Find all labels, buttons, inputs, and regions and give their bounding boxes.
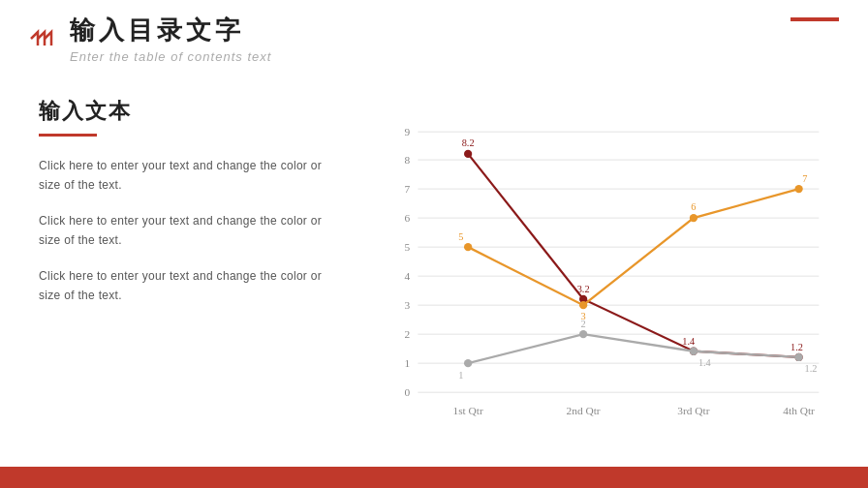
title-underline [39, 134, 97, 137]
header-accent-line [790, 17, 839, 21]
svg-text:2nd Qtr: 2nd Qtr [567, 405, 601, 416]
section-title: 输入文本 [39, 97, 339, 126]
svg-text:1.4: 1.4 [698, 357, 711, 368]
text-block-2[interactable]: Click here to enter your text and change… [39, 211, 339, 251]
svg-text:6: 6 [404, 212, 410, 224]
header-title-block: 输入目录文字 Enter the table of contents text [70, 14, 271, 64]
svg-text:2: 2 [581, 319, 586, 329]
svg-point-41 [579, 330, 587, 338]
text-block-1[interactable]: Click here to enter your text and change… [39, 156, 339, 196]
svg-text:6: 6 [691, 201, 696, 212]
chart-container: 0 1 2 3 4 5 6 7 8 9 1st Qtr 2nd Qtr 3rd … [378, 87, 839, 457]
svg-text:1: 1 [404, 357, 410, 369]
line-chart: 0 1 2 3 4 5 6 7 8 9 1st Qtr 2nd Qtr 3rd … [378, 87, 839, 457]
svg-text:4: 4 [404, 270, 410, 282]
svg-point-34 [690, 214, 698, 222]
svg-text:3rd Qtr: 3rd Qtr [677, 405, 709, 416]
svg-text:8: 8 [404, 154, 410, 166]
svg-point-24 [464, 150, 472, 158]
svg-text:5: 5 [458, 231, 463, 242]
svg-point-33 [579, 301, 587, 309]
svg-text:1: 1 [458, 370, 463, 381]
left-panel: 输入文本 Click here to enter your text and c… [0, 77, 368, 467]
svg-text:1.4: 1.4 [682, 336, 695, 347]
header: 输入目录文字 Enter the table of contents text [0, 0, 868, 77]
text-block-3[interactable]: Click here to enter your text and change… [39, 266, 339, 306]
svg-point-40 [464, 359, 472, 367]
svg-point-35 [794, 185, 802, 193]
svg-text:4th Qtr: 4th Qtr [783, 405, 815, 416]
svg-text:9: 9 [404, 126, 410, 137]
svg-text:7: 7 [404, 183, 410, 195]
bottom-bar [0, 467, 868, 488]
svg-point-42 [690, 348, 698, 355]
svg-text:2: 2 [404, 328, 410, 340]
svg-text:1.2: 1.2 [805, 363, 818, 374]
svg-text:5: 5 [404, 241, 410, 253]
right-panel: 0 1 2 3 4 5 6 7 8 9 1st Qtr 2nd Qtr 3rd … [368, 77, 868, 467]
svg-text:3.2: 3.2 [577, 284, 590, 294]
header-title: 输入目录文字 [70, 14, 271, 47]
svg-point-43 [794, 353, 802, 361]
svg-text:1.2: 1.2 [790, 342, 803, 352]
svg-text:0: 0 [404, 386, 410, 398]
svg-text:3: 3 [404, 299, 410, 311]
header-subtitle: Enter the table of contents text [70, 49, 271, 64]
svg-text:8.2: 8.2 [462, 137, 475, 148]
svg-text:1st Qtr: 1st Qtr [452, 405, 482, 416]
main-content: 输入文本 Click here to enter your text and c… [0, 77, 868, 467]
chevron-icon [29, 25, 56, 52]
svg-text:7: 7 [802, 173, 807, 184]
svg-point-32 [464, 243, 472, 251]
